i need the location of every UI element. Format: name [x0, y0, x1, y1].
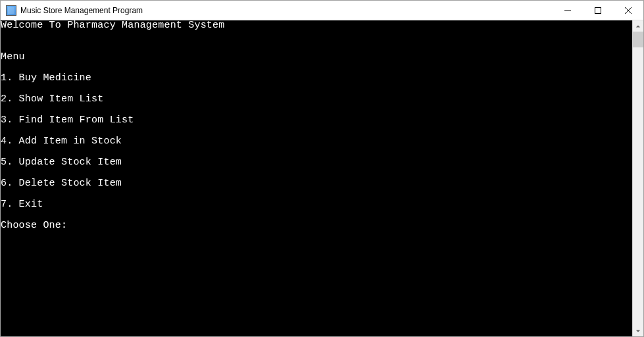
console-line: Menu [1, 52, 632, 63]
console-line: 5. Update Stock Item [1, 157, 632, 168]
close-icon [625, 7, 632, 14]
maximize-icon [595, 7, 601, 14]
window-titlebar: Music Store Management Program [1, 1, 643, 20]
minimize-icon [564, 7, 571, 14]
vertical-scrollbar[interactable] [632, 20, 643, 336]
chevron-down-icon [635, 328, 641, 334]
console-line: 7. Exit [1, 199, 632, 210]
console-line: 4. Add Item in Stock [1, 136, 632, 147]
window-controls [553, 1, 643, 20]
console-line: Welcome To Pharmacy Management System [1, 20, 632, 31]
console-line: 1. Buy Medicine [1, 73, 632, 84]
console-line: 2. Show Item List [1, 94, 632, 105]
window-title: Music Store Management Program [20, 6, 553, 15]
minimize-button[interactable] [553, 1, 583, 20]
console-line: Choose One: [1, 220, 632, 231]
scrollbar-down-button[interactable] [633, 325, 643, 336]
app-icon [6, 5, 16, 16]
console-line: 6. Delete Stock Item [1, 178, 632, 189]
scrollbar-track[interactable] [633, 32, 643, 325]
console-output[interactable]: Welcome To Pharmacy Management System Me… [1, 20, 632, 336]
maximize-button[interactable] [583, 1, 613, 20]
scrollbar-up-button[interactable] [633, 20, 643, 32]
console-area: Welcome To Pharmacy Management System Me… [1, 20, 643, 336]
console-line: 3. Find Item From List [1, 115, 632, 126]
svg-rect-0 [595, 7, 601, 13]
close-button[interactable] [613, 1, 643, 20]
chevron-up-icon [635, 24, 641, 29]
scrollbar-thumb[interactable] [633, 32, 643, 47]
